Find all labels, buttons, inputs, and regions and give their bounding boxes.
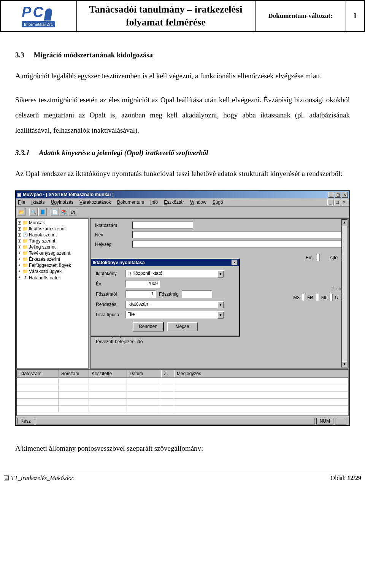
menu-dokumentum[interactable]: Dokumentum bbox=[117, 200, 144, 205]
tree-expand-icon[interactable]: + bbox=[18, 264, 21, 267]
dlg-input-ev[interactable]: 2009 bbox=[125, 280, 160, 288]
scroll-up-icon[interactable]: ▲ bbox=[342, 220, 347, 225]
gridhead-megjegyzes[interactable]: Megjegyzés bbox=[174, 370, 348, 377]
paragraph-4: A kimeneti állomány pontosvesszővel szep… bbox=[15, 441, 350, 456]
input-helyseg[interactable] bbox=[132, 241, 344, 248]
input-nev[interactable] bbox=[132, 231, 344, 238]
input-em[interactable] bbox=[317, 254, 320, 261]
tree-item-iktatoszam[interactable]: Iktatószám szerint bbox=[29, 226, 66, 231]
app-screenshot: ▣ MuWpad - [ SYSTEM felhasználó munkái ]… bbox=[15, 190, 350, 426]
tree-item-felfuggesztett[interactable]: Felfüggesztett ügyek bbox=[29, 263, 71, 268]
gridhead-datum[interactable]: Dátum bbox=[127, 370, 161, 377]
document-header: P C Informatikai Zrt. Tanácsadói tanulmá… bbox=[0, 0, 365, 32]
input-m5[interactable] bbox=[330, 294, 333, 301]
tree-item-tevekenyseg[interactable]: Tevékenység szerint bbox=[29, 250, 70, 256]
dlg-input-foszamtol[interactable]: 1 bbox=[125, 290, 156, 298]
mdi-close-icon[interactable]: × bbox=[341, 200, 347, 205]
tree-item-targy[interactable]: Tárgy szerint bbox=[29, 238, 55, 244]
label-m4: M4 bbox=[307, 295, 314, 300]
tree-item-napok[interactable]: Napok szerint bbox=[29, 232, 57, 238]
dlg-combo-rendezes[interactable]: Iktatószám▼ bbox=[125, 301, 224, 308]
toolbar-books-icon[interactable]: 📚 bbox=[60, 208, 68, 216]
label-ajto: Ajtó bbox=[330, 255, 338, 260]
mdi-restore-icon[interactable]: ❐ bbox=[334, 200, 340, 205]
tree-expand-icon[interactable]: + bbox=[18, 239, 21, 243]
folder-icon: 📁 bbox=[22, 220, 28, 225]
tree-item-hatarido[interactable]: Határidős iratok bbox=[29, 275, 61, 281]
tree-expand-icon[interactable]: + bbox=[18, 227, 21, 231]
paragraph-3: Az Opal rendszer az iktatókönyv nyomtatá… bbox=[15, 166, 350, 181]
company-logo: P C Informatikai Zrt. bbox=[22, 4, 55, 27]
menu-eszkoztar[interactable]: Eszköztár bbox=[164, 200, 184, 205]
tree-item-munkak[interactable]: Munkák bbox=[29, 220, 45, 225]
folder-icon: 📁 bbox=[22, 250, 28, 256]
tree-expand-icon[interactable]: + bbox=[18, 258, 21, 261]
tree-expand-icon[interactable]: + bbox=[18, 276, 21, 279]
table-row[interactable] bbox=[17, 378, 348, 385]
dlg-combo-lista[interactable]: File▼ bbox=[125, 311, 224, 319]
workarea: +📁Munkák +📁Iktatószám szerint +🕑Napok sz… bbox=[16, 217, 349, 369]
logo-caption: Informatikai Zrt. bbox=[22, 21, 55, 27]
label-helyseg: Helység bbox=[95, 242, 129, 247]
footer-filename: TT_iratkezelés_Makó.doc bbox=[11, 475, 74, 482]
menu-iktatas[interactable]: Iktatás bbox=[31, 200, 44, 205]
close-icon[interactable]: × bbox=[342, 192, 348, 198]
dialog-title: Iktatókönyv nyomtatása bbox=[93, 260, 232, 265]
input-m4[interactable] bbox=[316, 294, 319, 301]
folder-icon: 📁 bbox=[22, 238, 28, 244]
menu-varakoztatasok[interactable]: Várakoztatások bbox=[79, 200, 111, 205]
chevron-down-icon[interactable]: ▼ bbox=[217, 312, 224, 319]
ok-button[interactable]: Rendben bbox=[133, 322, 163, 331]
minimize-icon[interactable]: _ bbox=[328, 192, 334, 198]
table-row[interactable] bbox=[17, 406, 348, 412]
chevron-down-icon[interactable]: ▼ bbox=[217, 271, 224, 277]
grid-header: Iktatószám Sorszám Készítette Dátum Z. M… bbox=[16, 369, 349, 378]
dlg-combo-iktatokonyv[interactable]: I / Központi iktató▼ bbox=[125, 270, 224, 277]
tree-expand-icon[interactable]: + bbox=[18, 221, 21, 225]
gridhead-iktatoszam[interactable]: Iktatószám bbox=[17, 370, 59, 377]
input-m3[interactable] bbox=[302, 294, 305, 301]
dlg-label-foszamtol: Főszámtól bbox=[96, 292, 125, 297]
table-row[interactable] bbox=[17, 385, 348, 392]
tree-item-jelleg[interactable]: Jelleg szerint bbox=[29, 244, 56, 250]
menu-sugo[interactable]: Súgó bbox=[213, 200, 223, 205]
toolbar: 📂 🔍 📘 📄 📚 🗂 bbox=[16, 207, 349, 217]
toolbar-find-icon[interactable]: 🔍 bbox=[29, 208, 38, 216]
dialog-close-icon[interactable]: × bbox=[232, 260, 238, 265]
menubar: File Iktatás Ügyintézés Várakoztatások D… bbox=[16, 198, 349, 207]
tree-expand-icon[interactable]: + bbox=[18, 270, 21, 273]
chevron-down-icon[interactable]: ▼ bbox=[217, 301, 224, 308]
logo-letter-c: C bbox=[33, 4, 43, 21]
folder-icon: 📁 bbox=[22, 226, 28, 231]
scroll-down-icon[interactable]: ▼ bbox=[342, 361, 347, 367]
menu-ugyintezes[interactable]: Ügyintézés bbox=[51, 200, 73, 205]
toolbar-book-icon[interactable]: 📘 bbox=[38, 208, 47, 216]
menu-info[interactable]: Infó bbox=[150, 200, 158, 205]
dlg-input-foszamig[interactable] bbox=[182, 290, 212, 298]
maximize-icon[interactable]: ▢ bbox=[335, 192, 341, 198]
toolbar-doc-icon[interactable]: 📄 bbox=[51, 208, 59, 216]
form-scrollbar[interactable]: ▲ ▼ bbox=[341, 219, 348, 368]
toolbar-card-icon[interactable]: 🗂 bbox=[69, 208, 77, 216]
menu-window[interactable]: Window bbox=[190, 200, 206, 205]
tree-expand-icon[interactable]: + bbox=[18, 246, 21, 249]
gridhead-keszitette[interactable]: Készítette bbox=[89, 370, 127, 377]
gridhead-z[interactable]: Z. bbox=[161, 370, 174, 377]
input-iktatoszam[interactable] bbox=[132, 222, 193, 229]
subsection-heading: 3.3.1 Adatok kinyerése a jelenlegi (Opal… bbox=[15, 149, 350, 157]
tree-item-varakozo[interactable]: Várakozó ügyek bbox=[29, 269, 62, 274]
save-icon bbox=[4, 475, 9, 480]
window-titlebar: ▣ MuWpad - [ SYSTEM felhasználó munkái ]… bbox=[16, 191, 349, 198]
logo-letter-p: P bbox=[22, 4, 31, 21]
mdi-minimize-icon[interactable]: _ bbox=[327, 200, 333, 205]
tree-expand-icon[interactable]: + bbox=[18, 233, 21, 237]
gridhead-sorszam[interactable]: Sorszám bbox=[59, 370, 89, 377]
tree-expand-icon[interactable]: + bbox=[18, 252, 21, 255]
menu-file[interactable]: File bbox=[18, 200, 25, 205]
table-row[interactable] bbox=[17, 392, 348, 399]
cancel-button[interactable]: Mégse bbox=[167, 322, 198, 331]
tree-item-erkezes[interactable]: Érkezés szerint bbox=[29, 257, 60, 262]
toolbar-open-icon[interactable]: 📂 bbox=[17, 208, 25, 216]
label-m5: M5 bbox=[321, 295, 328, 300]
table-row[interactable] bbox=[17, 399, 348, 406]
